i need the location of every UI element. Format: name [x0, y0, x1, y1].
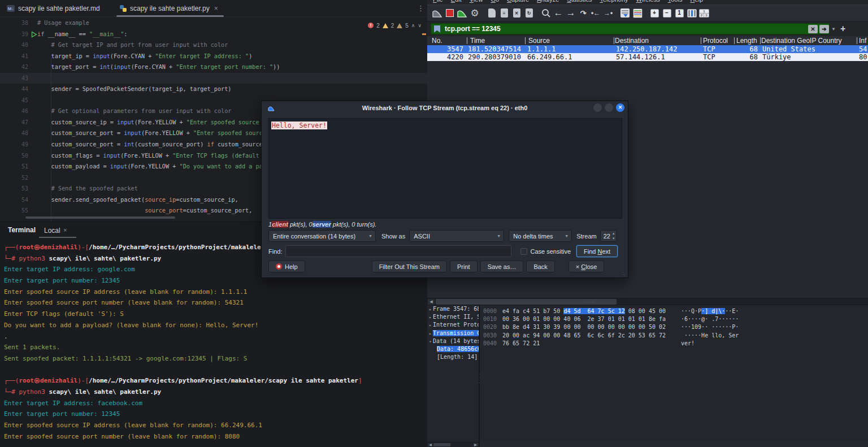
- filter-apply-icon[interactable]: ➔: [819, 25, 829, 33]
- editor-line[interactable]: 41 target_ip = input(Fore.CYAN + "Enter …: [0, 51, 427, 62]
- editor-line[interactable]: 43: [0, 73, 427, 84]
- detail-row[interactable]: [Length: 14]: [427, 353, 479, 361]
- conversation-select[interactable]: Entire conversation (14 bytes)▼: [268, 230, 376, 242]
- editor-line[interactable]: 44 sender = SpoofedPacketSender(target_i…: [0, 84, 427, 95]
- save-as-button[interactable]: Save as…: [480, 261, 524, 272]
- detail-row[interactable]: ▸Frame 3547: 68: [427, 305, 479, 313]
- open-file-icon[interactable]: [486, 7, 497, 19]
- menu-capture[interactable]: Capture: [507, 0, 529, 4]
- more-options-icon[interactable]: ⋮: [417, 4, 424, 12]
- close-dialog-button[interactable]: × Close: [568, 261, 605, 272]
- column-header[interactable]: Source: [528, 37, 550, 45]
- menu-analyze[interactable]: Analyze: [537, 0, 559, 4]
- layout-icon[interactable]: 123: [698, 7, 710, 19]
- first-packet-icon[interactable]: •←: [590, 7, 601, 19]
- terminal-tab-local[interactable]: Local: [44, 227, 60, 235]
- editor-line[interactable]: 42 target_port = int(input(Fore.CYAN + "…: [0, 62, 427, 73]
- go-back-icon[interactable]: ←: [553, 7, 564, 19]
- find-next-button[interactable]: Find Next: [576, 245, 618, 257]
- tab-close-icon[interactable]: ×: [214, 5, 218, 12]
- column-header[interactable]: Length: [736, 37, 757, 45]
- back-button[interactable]: Back: [526, 261, 554, 272]
- menu-edit[interactable]: Edit: [451, 0, 462, 4]
- menu-file[interactable]: File: [433, 0, 443, 4]
- hex-row[interactable]: 001000 36 00 01 00 00 40 06 2e 37 01 01 …: [483, 315, 868, 323]
- delta-times-select[interactable]: No delta times▼: [509, 230, 572, 242]
- go-forward-icon[interactable]: →: [565, 7, 576, 19]
- find-input[interactable]: [285, 245, 511, 257]
- warning-stripe-mark[interactable]: [422, 33, 426, 35]
- filter-input[interactable]: tcp.port == 12345 ✕ ➔: [431, 23, 830, 34]
- detail-row[interactable]: ▾Data (14 bytes): [427, 337, 479, 345]
- packet-list-hscrollbar[interactable]: ◀ ······: [427, 298, 868, 305]
- column-header[interactable]: Destination GeoIP Country: [761, 37, 842, 45]
- inspections-widget[interactable]: !2 2 5 ∧ ∨: [368, 21, 422, 29]
- resize-grip[interactable]: ···: [622, 272, 627, 276]
- tab-md-file[interactable]: M↓ scapy ile sahte paketler.md: [7, 0, 100, 17]
- last-packet-icon[interactable]: →•: [602, 7, 614, 19]
- hex-row[interactable]: 004076 65 72 21ver!: [483, 340, 868, 348]
- zoom-100-icon[interactable]: 1: [674, 7, 685, 19]
- column-header[interactable]: Inf: [859, 37, 866, 45]
- detail-row[interactable]: ▸Ethernet II, Sr: [427, 313, 479, 321]
- column-header[interactable]: Time: [470, 37, 485, 45]
- menu-statistics[interactable]: Statistics: [567, 0, 592, 4]
- stop-capture-icon[interactable]: [444, 7, 455, 19]
- menu-tools[interactable]: Tools: [668, 0, 683, 4]
- save-file-icon[interactable]: ≡: [498, 7, 510, 19]
- packet-list-header[interactable]: No.TimeSourceDestinationProtocolLengthDe…: [427, 36, 868, 45]
- editor-line[interactable]: 39if __name__ == "__main__":: [0, 29, 427, 40]
- auto-scroll-icon[interactable]: [619, 7, 631, 19]
- print-button[interactable]: Print: [450, 261, 478, 272]
- run-gutter-icon[interactable]: [31, 31, 37, 38]
- go-to-packet-icon[interactable]: ↷: [578, 7, 589, 19]
- dialog-title-bar[interactable]: Wireshark · Follow TCP Stream (tcp.strea…: [262, 101, 628, 115]
- next-issue-icon[interactable]: ∨: [418, 23, 422, 28]
- menu-view[interactable]: View: [470, 0, 483, 4]
- maximize-button[interactable]: [605, 103, 613, 112]
- filter-out-button[interactable]: Filter Out This Stream: [372, 261, 447, 272]
- editor-line[interactable]: 40 # Get target IP and port from user in…: [0, 40, 427, 51]
- minimize-button[interactable]: [593, 103, 602, 112]
- menu-help[interactable]: Help: [690, 0, 703, 4]
- packet-row[interactable]: 4220290.28037901066.249.66.157.144.126.1…: [427, 53, 868, 61]
- packet-details-pane[interactable]: ▸Frame 3547: 68▸Ethernet II, Sr▸Internet…: [427, 305, 479, 447]
- column-header[interactable]: Destination: [615, 37, 649, 45]
- hex-row[interactable]: 003020 00 ac 94 00 00 48 65 6c 6c 6f 2c …: [483, 332, 868, 340]
- help-button[interactable]: Help: [268, 261, 305, 272]
- details-hscrollbar[interactable]: ◀▶: [427, 442, 479, 447]
- terminal-title[interactable]: Terminal: [8, 226, 36, 234]
- column-header[interactable]: Protocol: [703, 37, 728, 45]
- terminal-tab-close-icon[interactable]: ×: [63, 227, 67, 233]
- show-as-select[interactable]: ASCII▼: [409, 230, 504, 242]
- detail-row[interactable]: ▸Internet Protoc: [427, 321, 479, 329]
- editor-hscrollbar[interactable]: [25, 216, 175, 219]
- tab-py-file[interactable]: scapy ile sahte paketler.py ×: [120, 0, 218, 17]
- filter-add-icon[interactable]: +: [840, 24, 845, 34]
- reload-file-icon[interactable]: ↻: [523, 7, 535, 19]
- detail-row[interactable]: ▸Transmission Co: [427, 329, 479, 337]
- stream-content-area[interactable]: Hello, Server!: [268, 118, 622, 219]
- zoom-in-icon[interactable]: +: [649, 7, 660, 19]
- capture-options-icon[interactable]: ⚙: [469, 7, 480, 19]
- menu-go[interactable]: Go: [491, 0, 499, 4]
- case-sensitive-checkbox[interactable]: [520, 248, 527, 255]
- packet-row[interactable]: 3547181.5203475141.1.1.1142.250.187.142T…: [427, 45, 868, 53]
- hex-dump-pane[interactable]: 0000e4 fa c4 51 b7 50 d4 5d 64 7c 5c 12 …: [480, 305, 868, 442]
- start-capture-icon[interactable]: [432, 7, 443, 19]
- resize-columns-icon[interactable]: [686, 7, 697, 19]
- scroll-left-icon[interactable]: ◀: [428, 299, 435, 305]
- restart-capture-icon[interactable]: [457, 7, 468, 19]
- stream-spinner[interactable]: 22▲▼: [600, 230, 617, 242]
- bookmark-icon[interactable]: [434, 25, 440, 33]
- editor-line[interactable]: 38# Usage example: [0, 18, 427, 29]
- menu-telephony[interactable]: Telephony: [600, 0, 628, 4]
- column-header[interactable]: No.: [432, 37, 442, 45]
- hex-row[interactable]: 0000e4 fa c4 51 b7 50 d4 5d 64 7c 5c 12 …: [483, 307, 868, 315]
- filter-clear-icon[interactable]: ✕: [808, 25, 818, 33]
- close-file-icon[interactable]: ✕: [511, 7, 522, 19]
- close-button[interactable]: ✕: [616, 103, 624, 112]
- prev-issue-icon[interactable]: ∧: [411, 23, 415, 28]
- zoom-out-icon[interactable]: −: [661, 7, 672, 19]
- colorize-icon[interactable]: [632, 7, 643, 19]
